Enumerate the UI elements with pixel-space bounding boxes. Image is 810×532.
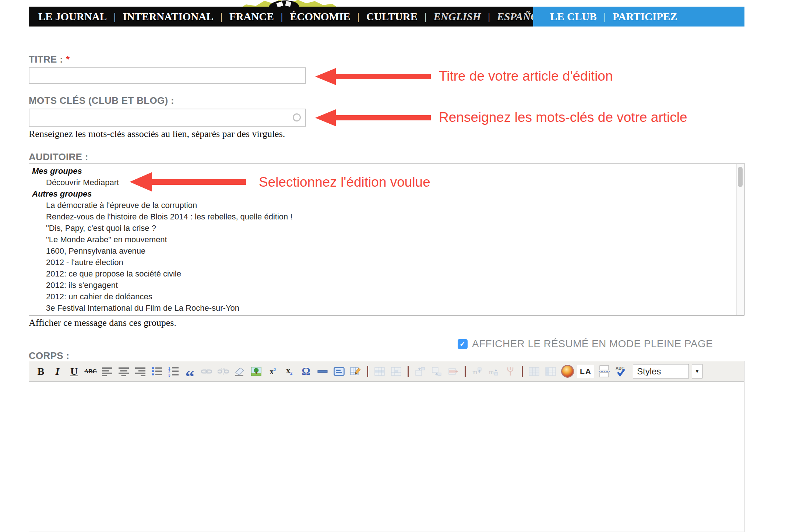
underline-button[interactable]: U bbox=[67, 364, 81, 379]
audience-option[interactable]: 2012: ce que propose la société civile bbox=[29, 268, 744, 279]
nav-item-culture[interactable]: CULTURE bbox=[366, 11, 418, 23]
title-input[interactable] bbox=[29, 67, 306, 84]
delete-row-button bbox=[447, 364, 460, 379]
nav-separator: | bbox=[221, 11, 222, 22]
italic-button[interactable]: I bbox=[51, 364, 64, 379]
edit-table-button[interactable] bbox=[349, 364, 362, 379]
insert-embed-button[interactable] bbox=[332, 364, 346, 379]
audience-annotation-arrow-icon bbox=[130, 172, 152, 191]
superscript-button[interactable]: x2 bbox=[266, 364, 279, 379]
align-center-button[interactable] bbox=[117, 364, 130, 379]
body-editor-area[interactable] bbox=[29, 382, 744, 532]
fullpage-summary-label: AFFICHER LE RÉSUMÉ EN MODE PLEINE PAGE bbox=[472, 338, 713, 350]
svg-text:m: m bbox=[472, 369, 477, 376]
nav-item-le-journal[interactable]: LE JOURNAL bbox=[38, 11, 107, 23]
subscript-button[interactable]: x2 bbox=[283, 364, 296, 379]
insert-image-button[interactable] bbox=[250, 364, 263, 379]
keywords-annotation-arrow-icon bbox=[315, 109, 336, 126]
align-left-icon bbox=[102, 367, 113, 376]
insert-link-button bbox=[200, 364, 213, 379]
special-character-button[interactable]: Ω bbox=[299, 364, 313, 379]
audience-option[interactable]: 44 bbox=[29, 314, 744, 316]
keywords-input[interactable] bbox=[29, 109, 306, 127]
styles-dropdown-arrow-button[interactable]: ▼ bbox=[692, 364, 702, 378]
audience-option[interactable]: "Le Monde Arabe" en mouvement bbox=[29, 234, 744, 245]
insert-row-before-button bbox=[413, 364, 427, 379]
remove-format-button[interactable] bbox=[233, 364, 246, 379]
bullet-list-button[interactable] bbox=[150, 364, 163, 379]
table-row-properties-icon bbox=[374, 367, 385, 376]
nav-item-economie[interactable]: ÉCONOMIE bbox=[290, 11, 350, 23]
nav-item-participez[interactable]: PARTICIPEZ bbox=[613, 11, 677, 23]
italic-icon: I bbox=[56, 366, 60, 377]
insert-image-icon bbox=[251, 367, 261, 376]
nav-separator: | bbox=[281, 11, 283, 22]
audience-annotation: Selectionnez l'édition voulue bbox=[259, 175, 430, 190]
nav-separator: | bbox=[604, 11, 606, 22]
audience-option[interactable]: 2012: un cahier de doléances bbox=[29, 291, 744, 302]
keywords-help-text: Renseignez les mots-clés associés au lie… bbox=[29, 128, 285, 140]
nav-item-france[interactable]: FRANCE bbox=[229, 11, 274, 23]
remove-format-icon bbox=[235, 366, 245, 376]
horizontal-rule-button[interactable] bbox=[316, 364, 329, 379]
svg-text:m: m bbox=[489, 369, 494, 376]
audience-scrollbar-thumb[interactable] bbox=[738, 167, 743, 187]
svg-text:3: 3 bbox=[168, 373, 170, 377]
nav-item-english[interactable]: ENGLISH bbox=[433, 11, 481, 23]
insert-table-button bbox=[528, 364, 541, 379]
align-center-icon bbox=[119, 367, 129, 376]
insert-read-more-button[interactable]: LA bbox=[577, 364, 594, 379]
audience-scrollbar[interactable] bbox=[736, 164, 744, 315]
nav-separator: | bbox=[488, 11, 490, 22]
page-break-button[interactable] bbox=[598, 364, 611, 379]
delete-column-icon bbox=[505, 366, 515, 376]
strikethrough-button[interactable]: ABC bbox=[84, 364, 97, 379]
insert-column-after-button: m bbox=[487, 364, 500, 379]
fullpage-summary-checkbox[interactable]: ✓ bbox=[458, 339, 468, 349]
article-edit-page: LE JOURNAL|INTERNATIONAL|FRANCE|ÉCONOMIE… bbox=[0, 0, 810, 532]
page-break-icon bbox=[599, 365, 610, 377]
insert-table-icon bbox=[529, 367, 540, 376]
audience-option[interactable]: 3e Festival International du Film de La … bbox=[29, 302, 744, 314]
numbered-list-icon: 123 bbox=[168, 366, 179, 377]
bold-button[interactable]: B bbox=[34, 364, 47, 379]
spellcheck-button[interactable]: ABC bbox=[614, 364, 627, 379]
audience-option[interactable]: La démocratie à l'épreuve de la corrupti… bbox=[29, 200, 744, 211]
keywords-label: MOTS CLÉS (CLUB ET BLOG) : bbox=[29, 95, 174, 106]
spellcheck-icon: ABC bbox=[615, 366, 626, 377]
required-asterisk: * bbox=[66, 54, 70, 65]
insert-media-button[interactable] bbox=[561, 364, 574, 379]
insert-column-before-button: m bbox=[471, 364, 484, 379]
superscript-icon: x2 bbox=[270, 367, 276, 376]
insert-column-before-icon: m bbox=[472, 367, 482, 376]
editor-toolbar: BIUABC123“x2x2ΩmmLAABCStyles▼ bbox=[29, 361, 744, 382]
blockquote-button[interactable]: “ bbox=[183, 364, 197, 379]
numbered-list-button[interactable]: 123 bbox=[167, 364, 180, 379]
toolbar-separator bbox=[367, 366, 368, 377]
insert-link-icon bbox=[201, 367, 212, 376]
insert-row-after-icon bbox=[432, 367, 442, 376]
journal-nav: LE JOURNAL|INTERNATIONAL|FRANCE|ÉCONOMIE… bbox=[29, 7, 533, 27]
title-label: TITRE :* bbox=[29, 54, 70, 65]
toolbar-separator bbox=[465, 366, 466, 377]
audience-option[interactable]: 2012 - l'autre élection bbox=[29, 257, 744, 268]
audience-option[interactable]: 2012: ils s'engagent bbox=[29, 279, 744, 291]
audience-option[interactable]: Rendez-vous de l'histoire de Blois 2014 … bbox=[29, 211, 744, 222]
subscript-icon: x2 bbox=[286, 366, 293, 376]
nav-item-international[interactable]: INTERNATIONAL bbox=[123, 11, 214, 23]
align-right-icon bbox=[135, 367, 146, 376]
insert-embed-icon bbox=[334, 367, 345, 376]
audience-option[interactable]: "Dis, Papy, c'est quoi la crise ? bbox=[29, 222, 744, 234]
audience-option[interactable]: 1600, Pennsylvania avenue bbox=[29, 245, 744, 257]
nav-separator: | bbox=[114, 11, 116, 22]
insert-column-after-icon: m bbox=[489, 367, 499, 376]
title-annotation-arrow-icon bbox=[315, 68, 336, 85]
align-right-button[interactable] bbox=[134, 364, 147, 379]
align-left-button[interactable] bbox=[101, 364, 114, 379]
styles-dropdown[interactable]: Styles bbox=[633, 364, 689, 378]
keywords-annotation: Renseignez les mots-clés de votre articl… bbox=[439, 110, 687, 125]
table-cell-properties-button bbox=[390, 364, 403, 379]
bullet-list-icon bbox=[152, 367, 162, 376]
nav-item-le-club[interactable]: LE CLUB bbox=[550, 11, 597, 23]
audience-help-text: Afficher ce message dans ces groupes. bbox=[29, 317, 176, 328]
